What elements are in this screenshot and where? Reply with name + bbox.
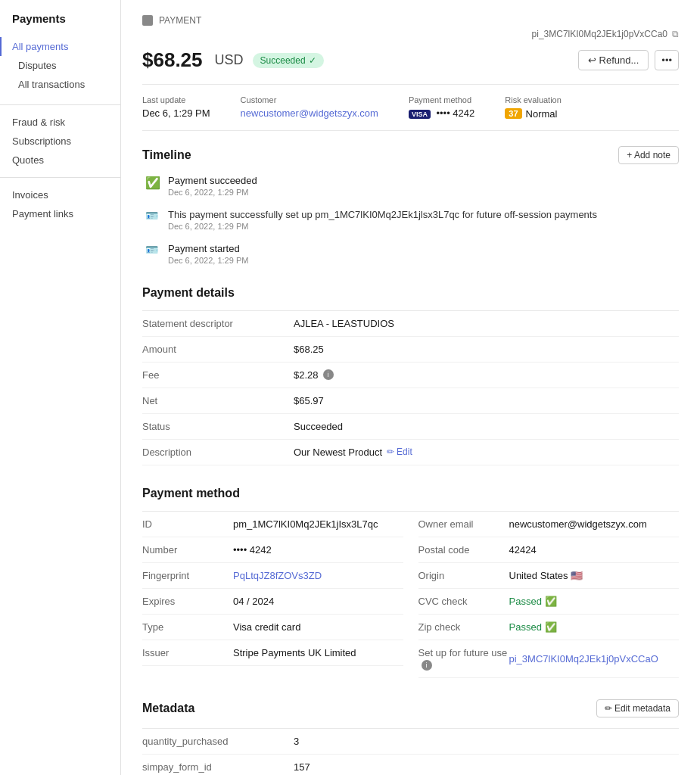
- sidebar-item-payment-links[interactable]: Payment links: [0, 204, 120, 223]
- last-update-value: Dec 6, 1:29 PM: [142, 107, 210, 119]
- sidebar-item-fraud-risk[interactable]: Fraud & risk: [0, 113, 120, 132]
- meta-key-0: quantity_purchased: [142, 736, 294, 747]
- success-icon: ✅: [145, 176, 159, 189]
- pm-right-4: Zip check Passed ✅: [418, 615, 680, 640]
- payment-id-row: pi_3MC7lKI0Mq2JEk1j0pVxCCa0 ⧉: [142, 29, 679, 39]
- pm-left-3: Expires 04 / 2024: [142, 589, 403, 615]
- details-label-1: Amount: [142, 344, 294, 355]
- pm-label-type: Type: [142, 621, 233, 633]
- sidebar: Payments All payments Disputes All trans…: [0, 0, 121, 775]
- timeline-title: Timeline: [142, 148, 191, 162]
- info-bar: Last update Dec 6, 1:29 PM Customer newc…: [142, 84, 679, 131]
- edit-metadata-button[interactable]: ✏ Edit metadata: [596, 699, 679, 717]
- payment-method-grid: ID pm_1MC7lKI0Mq2JEk1jIsx3L7qc Number ••…: [142, 511, 679, 678]
- sidebar-item-all-transactions[interactable]: All transactions: [0, 75, 120, 94]
- edit-description-link[interactable]: ✏ Edit: [387, 447, 412, 457]
- header-actions: ↩ Refund... •••: [578, 50, 679, 70]
- sidebar-item-all-payments[interactable]: All payments: [0, 37, 120, 56]
- customer-label: Customer: [241, 95, 378, 104]
- pm-value-issuer: Stripe Payments UK Limited: [233, 647, 356, 658]
- payment-currency: USD: [215, 52, 244, 68]
- description-value: Our Newest Product: [294, 447, 382, 458]
- meta-value-1: 157: [294, 761, 310, 773]
- pm-value-number: •••• 4242: [233, 544, 272, 556]
- sidebar-item-invoices[interactable]: Invoices: [0, 185, 120, 204]
- sidebar-item-subscriptions[interactable]: Subscriptions: [0, 132, 120, 151]
- sidebar-item-quotes[interactable]: Quotes: [0, 151, 120, 170]
- timeline-section: Timeline + Add note ✅ Payment succeeded …: [142, 146, 679, 265]
- event-title-2: Payment started: [168, 243, 248, 254]
- event-title-0: Payment succeeded: [168, 175, 257, 186]
- edit-label: Edit: [397, 447, 412, 457]
- details-label-0: Statement descriptor: [142, 318, 294, 329]
- details-label-3: Net: [142, 395, 294, 406]
- payment-method-value: VISA •••• 4242: [409, 107, 474, 119]
- payment-method-title: Payment method: [142, 487, 240, 500]
- info-risk: Risk evaluation 37 Normal: [505, 95, 562, 120]
- details-label-2: Fee: [142, 369, 294, 381]
- pm-left-4: Type Visa credit card: [142, 615, 403, 640]
- details-value-0: AJLEA - LEASTUDIOS: [294, 318, 394, 329]
- cvc-check-icon: ✅: [545, 596, 557, 607]
- pm-value-zip: Passed ✅: [509, 621, 557, 633]
- metadata-section: Metadata ✏ Edit metadata quantity_purcha…: [142, 699, 679, 776]
- details-value-1: $68.25: [294, 344, 324, 355]
- pm-right-3: CVC check Passed ✅: [418, 589, 680, 615]
- info-customer: Customer newcustomer@widgetszyx.com: [241, 95, 378, 120]
- pm-value-type: Visa credit card: [233, 621, 300, 633]
- more-button[interactable]: •••: [655, 50, 679, 70]
- pm-right-2: Origin United States 🇺🇸: [418, 563, 680, 589]
- pm-right-col: Owner email newcustomer@widgetszyx.com P…: [418, 512, 680, 678]
- pm-label-expires: Expires: [142, 596, 233, 607]
- sidebar-title: Payments: [0, 12, 120, 34]
- pm-label-postal: Postal code: [418, 544, 509, 556]
- future-use-link[interactable]: pi_3MC7lKI0Mq2JEk1j0pVxCCaO: [509, 653, 658, 665]
- pm-label-origin: Origin: [418, 570, 509, 581]
- last-update-label: Last update: [142, 95, 210, 104]
- details-value-3: $65.97: [294, 395, 324, 406]
- pm-left-0: ID pm_1MC7lKI0Mq2JEk1jIsx3L7qc: [142, 512, 403, 537]
- info-payment-method: Payment method VISA •••• 4242: [409, 95, 474, 120]
- pm-label-owner-email: Owner email: [418, 518, 509, 530]
- metadata-header: Metadata ✏ Edit metadata: [142, 699, 679, 717]
- pm-value-future-use: pi_3MC7lKI0Mq2JEk1j0pVxCCaO: [509, 647, 658, 671]
- refund-button[interactable]: ↩ Refund...: [578, 50, 649, 70]
- payment-method-label: Payment method: [409, 95, 474, 104]
- copy-icon[interactable]: ⧉: [672, 29, 679, 39]
- details-row-4: Status Succeeded: [142, 414, 679, 440]
- meta-row-1: simpay_form_id 157: [142, 755, 679, 776]
- details-label-5: Description: [142, 447, 294, 458]
- fingerprint-link[interactable]: PqLtqJZ8fZOVs3ZD: [233, 570, 322, 581]
- timeline-item-1: 🪪 This payment successfully set up pm_1M…: [145, 209, 679, 231]
- zip-passed: Passed: [509, 621, 542, 633]
- pm-label-cvc: CVC check: [418, 596, 509, 607]
- card-dots: •••• 4242: [437, 107, 475, 119]
- status-badge: Succeeded ✓: [253, 53, 324, 68]
- details-value-4: Succeeded: [294, 421, 343, 432]
- pm-value-origin: United States 🇺🇸: [509, 570, 583, 581]
- event-time-1: Dec 6, 2022, 1:29 PM: [168, 222, 597, 231]
- details-row-1: Amount $68.25: [142, 337, 679, 363]
- customer-email[interactable]: newcustomer@widgetszyx.com: [241, 107, 378, 119]
- pm-right-5: Set up for future use i pi_3MC7lKI0Mq2JE…: [418, 640, 680, 678]
- sidebar-item-disputes[interactable]: Disputes: [0, 56, 120, 75]
- metadata-table: quantity_purchased 3 simpay_form_id 157 …: [142, 728, 679, 776]
- zip-check-icon: ✅: [545, 621, 557, 633]
- add-note-button[interactable]: + Add note: [618, 146, 679, 164]
- pm-left-col: ID pm_1MC7lKI0Mq2JEk1jIsx3L7qc Number ••…: [142, 512, 418, 678]
- timeline-content-0: Payment succeeded Dec 6, 2022, 1:29 PM: [168, 175, 257, 197]
- future-use-info-icon[interactable]: i: [422, 660, 432, 671]
- details-row-5: Description Our Newest Product ✏ Edit: [142, 440, 679, 465]
- fee-info-icon[interactable]: i: [323, 369, 334, 380]
- details-row-0: Statement descriptor AJLEA - LEASTUDIOS: [142, 311, 679, 337]
- timeline-content-2: Payment started Dec 6, 2022, 1:29 PM: [168, 243, 248, 265]
- risk-level: Normal: [526, 108, 558, 120]
- payment-details-table: Statement descriptor AJLEA - LEASTUDIOS …: [142, 310, 679, 465]
- pm-left-2: Fingerprint PqLtqJZ8fZOVs3ZD: [142, 563, 403, 589]
- main-content: PAYMENT pi_3MC7lKI0Mq2JEk1j0pVxCCa0 ⧉ $6…: [121, 0, 700, 775]
- visa-badge: VISA: [409, 110, 431, 119]
- pm-value-fingerprint: PqLtqJZ8fZOVs3ZD: [233, 570, 322, 581]
- payment-details-title: Payment details: [142, 286, 235, 300]
- risk-value: 37 Normal: [505, 108, 557, 120]
- risk-score: 37: [505, 108, 521, 119]
